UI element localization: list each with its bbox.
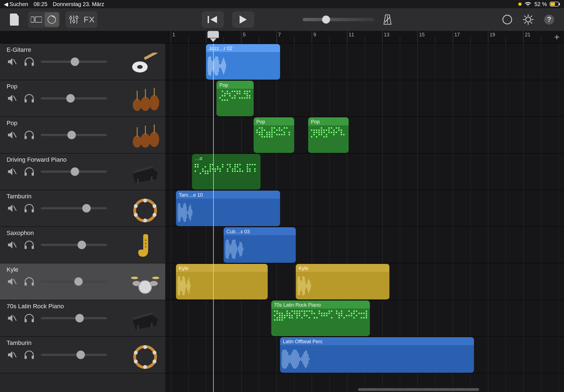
master-volume-slider[interactable] (303, 18, 374, 21)
track-header[interactable]: E-Gitarre (0, 44, 165, 80)
svg-rect-87 (25, 356, 27, 359)
help-button[interactable]: ? (541, 12, 557, 27)
track-volume-slider[interactable] (41, 134, 107, 136)
region[interactable]: Kyle (296, 264, 389, 299)
headphones-button[interactable] (24, 349, 35, 360)
volume-knob[interactable] (75, 314, 84, 323)
track-volume-slider[interactable] (41, 244, 107, 246)
playhead-handle[interactable] (207, 31, 219, 38)
track-header[interactable]: Tamburin (0, 190, 165, 227)
play-button[interactable] (232, 11, 254, 28)
add-track-button[interactable]: ＋ (552, 32, 562, 42)
svg-line-22 (531, 22, 532, 23)
headphones-button[interactable] (24, 313, 35, 324)
track-lane[interactable] (165, 117, 564, 153)
mute-button[interactable] (7, 313, 18, 324)
region[interactable]: Pop (216, 81, 253, 116)
svg-point-38 (149, 95, 159, 110)
region[interactable]: Tam…e 10 (176, 191, 280, 226)
track-controls-button[interactable] (67, 12, 81, 27)
region-label: Latin Offbeat Perc (280, 337, 474, 345)
svg-point-63 (143, 218, 147, 222)
timeline-ruler[interactable]: ＋ 13579111315171921 (165, 31, 564, 43)
mute-button[interactable] (7, 166, 18, 177)
mute-button[interactable] (7, 56, 18, 67)
track-volume-slider[interactable] (41, 280, 107, 283)
track-volume-slider[interactable] (41, 61, 107, 63)
svg-rect-32 (144, 53, 158, 60)
battery-icon (550, 2, 560, 7)
track-header[interactable]: 70s Latin Rock Piano (0, 300, 165, 337)
volume-knob[interactable] (66, 94, 75, 103)
metronome-button[interactable] (380, 12, 395, 27)
headphones-button[interactable] (24, 239, 35, 250)
region[interactable]: 70s Latin Rock Piano (271, 301, 370, 336)
svg-point-7 (70, 17, 72, 19)
track-volume-slider[interactable] (41, 97, 107, 99)
headphones-button[interactable] (24, 203, 35, 214)
volume-knob[interactable] (67, 131, 76, 139)
svg-point-89 (135, 347, 156, 367)
view-regions-button[interactable] (45, 12, 59, 27)
region[interactable]: Pop (254, 117, 294, 153)
ruler-tick: 17 (453, 31, 460, 43)
location-indicator-icon (518, 2, 522, 6)
ruler-tick: 5 (241, 31, 246, 43)
track-header[interactable]: Kyle (0, 263, 165, 300)
mute-button[interactable] (7, 276, 18, 287)
track-header[interactable]: Pop (0, 117, 165, 153)
view-tracks-button[interactable] (29, 12, 44, 27)
instrument-icon (130, 234, 160, 259)
headphones-button[interactable] (24, 129, 35, 140)
headphones-button[interactable] (24, 56, 35, 67)
volume-knob[interactable] (77, 240, 86, 249)
loop-browser-button[interactable] (500, 12, 515, 27)
mute-button[interactable] (7, 239, 18, 250)
timeline[interactable]: Jazz…r 02PopPopPop…oTam…e 10Cub…x 03Kyle… (165, 44, 564, 392)
back-to-app[interactable]: ◀ Suchen (4, 1, 28, 7)
region[interactable]: Jazz…r 02 (206, 44, 280, 80)
svg-rect-88 (32, 356, 34, 359)
volume-knob[interactable] (74, 277, 83, 286)
ruler-tick: 19 (488, 31, 495, 43)
mute-button[interactable] (7, 349, 18, 360)
volume-knob[interactable] (70, 167, 79, 176)
region[interactable]: Latin Offbeat Perc (280, 337, 474, 373)
track-header[interactable]: Saxophon (0, 227, 165, 263)
svg-rect-67 (25, 246, 27, 249)
region[interactable]: Pop (308, 117, 349, 153)
headphones-button[interactable] (24, 276, 35, 287)
my-songs-button[interactable] (7, 12, 23, 27)
track-header[interactable]: Driving Forward Piano (0, 153, 165, 190)
track-volume-slider[interactable] (41, 207, 107, 209)
ruler-tick: 9 (312, 31, 316, 43)
volume-knob[interactable] (76, 350, 85, 359)
region[interactable]: Kyle (176, 264, 268, 299)
horizontal-scrollbar[interactable] (358, 388, 479, 391)
mute-button[interactable] (7, 203, 18, 214)
ruler-tick: 7 (276, 31, 281, 43)
playhead[interactable] (213, 44, 214, 392)
mute-button[interactable] (7, 93, 18, 104)
track-volume-slider[interactable] (41, 171, 107, 173)
headphones-button[interactable] (24, 93, 35, 104)
ruler-tick: 15 (417, 31, 425, 43)
volume-knob[interactable] (70, 57, 79, 66)
volume-knob[interactable] (82, 204, 91, 213)
track-header[interactable]: Tamburin (0, 337, 165, 373)
region-label: …o (192, 154, 261, 162)
fx-button[interactable]: FX (82, 12, 96, 27)
track-volume-slider[interactable] (41, 317, 107, 319)
svg-line-51 (13, 169, 16, 174)
mute-button[interactable] (7, 129, 18, 140)
headphones-button[interactable] (24, 166, 35, 177)
settings-button[interactable] (520, 12, 536, 27)
rewind-button[interactable] (202, 11, 224, 28)
svg-rect-1 (551, 2, 555, 6)
region[interactable]: Cub…x 03 (224, 227, 296, 263)
master-volume-knob[interactable] (322, 15, 330, 24)
region[interactable]: …o (192, 154, 261, 190)
track-header[interactable]: Pop (0, 80, 165, 117)
instrument-icon (130, 51, 160, 76)
track-volume-slider[interactable] (41, 354, 107, 356)
